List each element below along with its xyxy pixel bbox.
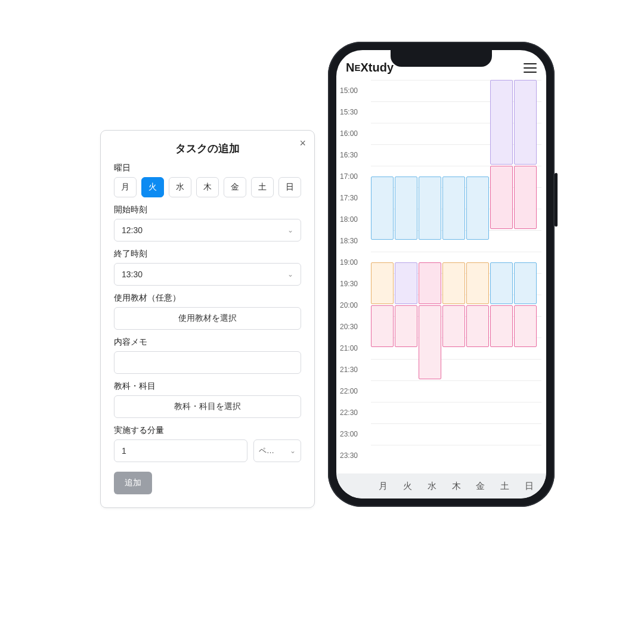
- schedule-event[interactable]: [419, 305, 441, 379]
- label-end: 終了時刻: [114, 249, 301, 259]
- grid-row: [371, 423, 541, 445]
- time-label: 22:30: [340, 402, 371, 423]
- day-chip-火[interactable]: 火: [141, 177, 164, 197]
- time-label: 19:00: [340, 252, 371, 273]
- day-chip-金[interactable]: 金: [224, 177, 246, 197]
- time-label: 21:00: [340, 338, 371, 359]
- submit-button[interactable]: 追加: [114, 472, 152, 494]
- schedule-event[interactable]: [395, 305, 417, 347]
- chevron-down-icon: ⌄: [287, 270, 293, 278]
- schedule-event[interactable]: [395, 262, 417, 304]
- time-label: 17:30: [340, 187, 371, 209]
- schedule-event[interactable]: [371, 262, 394, 304]
- label-amount: 実施する分量: [114, 425, 301, 436]
- day-chip-土[interactable]: 土: [251, 177, 274, 197]
- time-label: 21:30: [340, 359, 371, 380]
- time-label: 20:30: [340, 316, 371, 338]
- time-label: 18:30: [340, 230, 371, 252]
- day-chip-月[interactable]: 月: [114, 177, 137, 197]
- time-label: 18:00: [340, 209, 371, 230]
- time-label: 22:00: [340, 380, 371, 402]
- time-label: 15:00: [340, 80, 371, 101]
- time-label: 17:00: [340, 166, 371, 187]
- time-column: 15:0015:3016:0016:3017:0017:3018:0018:30…: [340, 80, 371, 466]
- daybar-label: 火: [395, 481, 420, 492]
- schedule-event[interactable]: [514, 80, 537, 165]
- day-chip-日[interactable]: 日: [278, 177, 301, 197]
- schedule-event[interactable]: [442, 305, 465, 347]
- time-label: 16:30: [340, 144, 371, 166]
- day-chip-水[interactable]: 水: [169, 177, 191, 197]
- add-task-modal: × タスクの追加 曜日 月火水木金土日 開始時刻 12:30 ⌄ 終了時刻 13…: [100, 130, 315, 508]
- grid-row: [371, 359, 541, 380]
- schedule-event[interactable]: [371, 305, 394, 347]
- day-chip-木[interactable]: 木: [196, 177, 219, 197]
- label-day: 曜日: [114, 163, 301, 174]
- grid-row: [371, 445, 541, 466]
- unit-select[interactable]: ペ… ⌄: [253, 439, 301, 462]
- material-select-button[interactable]: 使用教材を選択: [114, 307, 301, 330]
- daybar-label: 日: [517, 481, 541, 492]
- schedule-event[interactable]: [395, 177, 417, 240]
- memo-input[interactable]: [114, 351, 301, 374]
- day-bar: 月火水木金土日: [336, 473, 546, 499]
- grid-row: [371, 402, 541, 423]
- start-time-value: 12:30: [122, 225, 143, 235]
- schedule-event[interactable]: [371, 177, 394, 240]
- time-label: 15:30: [340, 101, 371, 123]
- close-icon[interactable]: ×: [299, 138, 306, 148]
- daybar-label: 土: [493, 481, 517, 492]
- label-start: 開始時刻: [114, 205, 301, 215]
- end-time-value: 13:30: [122, 270, 143, 279]
- daybar-label: 金: [468, 481, 493, 492]
- daybar-label: 木: [444, 481, 469, 492]
- app-brand: NEXtudy: [346, 61, 394, 75]
- schedule-event[interactable]: [514, 262, 537, 304]
- schedule-event[interactable]: [490, 80, 513, 165]
- phone-side-button: [555, 173, 558, 227]
- schedule-event[interactable]: [442, 177, 465, 240]
- start-time-select[interactable]: 12:30 ⌄: [114, 219, 301, 242]
- time-label: 19:30: [340, 273, 371, 295]
- time-label: 20:00: [340, 295, 371, 316]
- daybar-label: 月: [371, 481, 395, 492]
- schedule-event[interactable]: [466, 305, 489, 347]
- schedule-event[interactable]: [419, 262, 441, 304]
- label-memo: 内容メモ: [114, 337, 301, 348]
- menu-icon[interactable]: [524, 63, 537, 73]
- schedule-event[interactable]: [514, 305, 537, 347]
- schedule-event[interactable]: [514, 166, 537, 229]
- label-material: 使用教材（任意）: [114, 293, 301, 304]
- schedule-event[interactable]: [490, 262, 513, 304]
- chevron-down-icon: ⌄: [287, 226, 293, 234]
- day-selector: 月火水木金土日: [114, 177, 301, 197]
- schedule-event[interactable]: [466, 177, 489, 240]
- end-time-select[interactable]: 13:30 ⌄: [114, 263, 301, 286]
- schedule-grid[interactable]: [371, 80, 541, 473]
- schedule-event[interactable]: [442, 262, 465, 304]
- phone-frame: NEXtudy 15:0015:3016:0016:3017:0017:3018…: [328, 42, 555, 507]
- phone-notch: [391, 50, 492, 67]
- label-subject: 教科・科目: [114, 381, 301, 392]
- schedule-event[interactable]: [466, 262, 489, 304]
- grid-row: [371, 380, 541, 402]
- daybar-label: 水: [420, 481, 444, 492]
- amount-input[interactable]: 1: [114, 439, 247, 462]
- schedule-event[interactable]: [490, 166, 513, 229]
- modal-title: タスクの追加: [114, 141, 301, 156]
- time-label: 16:00: [340, 123, 371, 144]
- schedule-event[interactable]: [490, 305, 513, 347]
- time-label: 23:30: [340, 445, 371, 466]
- time-label: 23:00: [340, 423, 371, 445]
- phone-screen: NEXtudy 15:0015:3016:0016:3017:0017:3018…: [336, 50, 546, 499]
- schedule: 15:0015:3016:0016:3017:0017:3018:0018:30…: [336, 80, 546, 473]
- schedule-event[interactable]: [419, 177, 441, 240]
- chevron-down-icon: ⌄: [290, 447, 296, 455]
- subject-select-button[interactable]: 教科・科目を選択: [114, 395, 301, 418]
